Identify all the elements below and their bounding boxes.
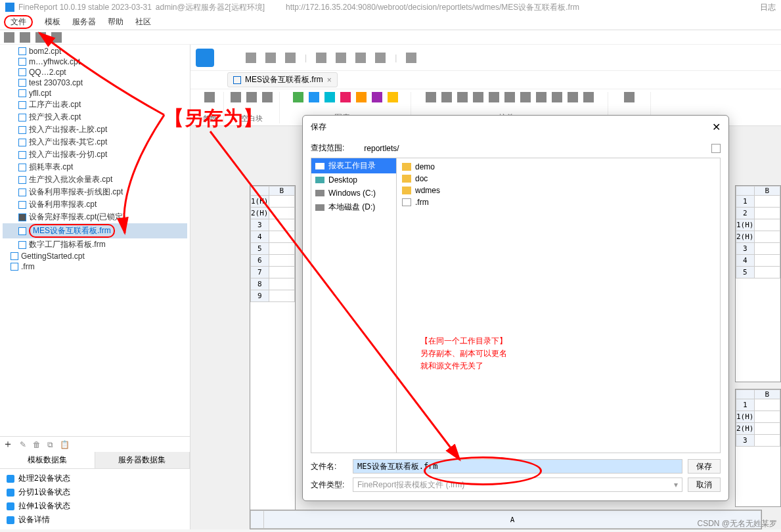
widget1-icon[interactable] bbox=[426, 92, 436, 102]
location-c-drive[interactable]: Windows (C:) bbox=[311, 187, 396, 200]
folder-icon bbox=[402, 163, 411, 171]
close-tab-icon[interactable]: × bbox=[327, 76, 332, 85]
report-block[interactable]: B 1 2 1(H) 2(H) 3 4 5 bbox=[735, 185, 781, 382]
refresh-icon[interactable] bbox=[20, 32, 30, 43]
tree-item: 设备利用率报表-折线图.cpt bbox=[3, 186, 187, 198]
app-context: admin@远程服务器2[远程环境] bbox=[156, 2, 265, 13]
cancel-button[interactable]: 取消 bbox=[688, 477, 721, 492]
menu-template[interactable]: 模板 bbox=[45, 16, 60, 28]
undo-icon[interactable] bbox=[265, 53, 276, 63]
drive-icon bbox=[315, 190, 324, 196]
delete-icon[interactable]: 🗑 bbox=[33, 440, 41, 449]
watermark: CSDN @无名无姓某罗 bbox=[697, 518, 777, 529]
tab-template-ds[interactable]: 模板数据集 bbox=[0, 452, 95, 468]
new-icon[interactable] bbox=[4, 32, 14, 43]
brush-icon[interactable] bbox=[375, 53, 386, 63]
log-link[interactable]: 日志 bbox=[760, 2, 776, 13]
folder-icon[interactable] bbox=[35, 32, 46, 43]
bar-icon[interactable] bbox=[309, 92, 319, 102]
database-icon bbox=[7, 516, 14, 524]
folder-icon bbox=[315, 163, 324, 169]
database-icon bbox=[7, 489, 14, 497]
app-title: FineReport 10.0.19 stable 2023-03-31 bbox=[18, 3, 152, 12]
folder-item[interactable]: doc bbox=[399, 173, 717, 185]
filetype-label: 文件类型: bbox=[311, 479, 347, 491]
menu-file[interactable]: 文件 bbox=[4, 15, 33, 29]
tab-server-ds[interactable]: 服务器数据集 bbox=[95, 452, 190, 468]
widget5-icon[interactable] bbox=[489, 92, 499, 102]
report-block[interactable]: B 1(H) 2(H) 3 4 5 6 7 8 9 bbox=[250, 185, 296, 514]
add-icon[interactable]: ＋ bbox=[3, 437, 13, 451]
doc-icon bbox=[18, 126, 26, 134]
close-icon[interactable]: ✕ bbox=[712, 121, 721, 133]
folder-icon bbox=[402, 175, 411, 183]
decision-logo-icon bbox=[196, 49, 214, 67]
tree-item: yfll.cpt bbox=[3, 88, 187, 99]
paste-icon[interactable]: 📋 bbox=[60, 440, 70, 449]
filetype-select[interactable]: FineReport报表模板文件 (.frm)▾ bbox=[353, 477, 682, 492]
file-item[interactable]: .frm bbox=[399, 196, 717, 208]
filename-input[interactable] bbox=[353, 459, 682, 474]
pie-icon[interactable] bbox=[293, 92, 303, 102]
menu-server[interactable]: 服务器 bbox=[72, 16, 96, 28]
save-dialog: 保存 ✕ 查找范围: reportlets/ 报表工作目录 Desktop Wi… bbox=[302, 115, 729, 501]
desktop-icon bbox=[315, 177, 324, 183]
paste-icon[interactable] bbox=[355, 53, 366, 63]
radar-icon[interactable] bbox=[372, 92, 382, 102]
widget11-icon[interactable] bbox=[583, 92, 594, 102]
file-icon bbox=[402, 198, 411, 206]
locate-icon[interactable] bbox=[51, 32, 62, 43]
report-block-bottom[interactable]: A bbox=[250, 510, 762, 529]
copy-icon[interactable] bbox=[336, 53, 346, 63]
doc-icon bbox=[11, 263, 18, 271]
doc-icon bbox=[18, 114, 26, 122]
tree-item: 设备完好率报表.cpt(已锁定) bbox=[3, 211, 187, 223]
location-d-drive[interactable]: 本地磁盘 (D:) bbox=[311, 200, 396, 215]
preview-icon[interactable] bbox=[406, 53, 416, 63]
widget3-icon[interactable] bbox=[457, 92, 468, 102]
save-button[interactable]: 保存 bbox=[688, 459, 721, 474]
doc-icon bbox=[18, 176, 26, 184]
menu-community[interactable]: 社区 bbox=[135, 16, 151, 28]
database-icon bbox=[7, 475, 14, 483]
widget2-icon[interactable] bbox=[441, 92, 452, 102]
report-block[interactable]: B 1 1(H) 2(H) 3 bbox=[735, 389, 781, 507]
copy-icon[interactable]: ⧉ bbox=[47, 440, 53, 449]
file-tree[interactable]: bom2.cpt m…yfhwck.cpt QQ…2.cpt test 2307… bbox=[0, 45, 190, 436]
tree-item: 生产投入批次余量表.cpt bbox=[3, 173, 187, 186]
edit-icon[interactable]: ✎ bbox=[20, 440, 26, 449]
folder-item[interactable]: wdmes bbox=[399, 185, 717, 196]
widget8-icon[interactable] bbox=[536, 92, 547, 102]
scope-row: 查找范围: reportlets/ bbox=[311, 139, 721, 158]
block3-icon[interactable] bbox=[262, 92, 273, 102]
document-tabs: MES设备互联看板.frm × bbox=[190, 71, 781, 89]
redo-icon[interactable] bbox=[285, 53, 296, 63]
folder-item[interactable]: demo bbox=[399, 161, 717, 173]
app-logo-icon bbox=[5, 3, 14, 12]
area-icon[interactable] bbox=[340, 92, 351, 102]
block-icon[interactable] bbox=[231, 92, 241, 102]
widget7-icon[interactable] bbox=[520, 92, 531, 102]
widget4-icon[interactable] bbox=[473, 92, 483, 102]
location-workdir[interactable]: 报表工作目录 bbox=[311, 158, 396, 173]
widget9-icon[interactable] bbox=[552, 92, 562, 102]
widget6-icon[interactable] bbox=[504, 92, 515, 102]
line-icon[interactable] bbox=[324, 92, 335, 102]
menu-help[interactable]: 帮助 bbox=[108, 16, 123, 28]
scatter-icon[interactable] bbox=[388, 92, 398, 102]
location-desktop[interactable]: Desktop bbox=[311, 173, 396, 187]
gauge-icon[interactable] bbox=[356, 92, 367, 102]
expand-icon[interactable] bbox=[711, 144, 721, 153]
param-icon[interactable] bbox=[204, 92, 215, 102]
reuse-icon[interactable] bbox=[624, 92, 635, 102]
widget10-icon[interactable] bbox=[568, 92, 578, 102]
document-tab[interactable]: MES设备互联看板.frm × bbox=[227, 72, 338, 87]
database-icon bbox=[7, 502, 14, 510]
menu-bar: 文件 模板 服务器 帮助 社区 bbox=[0, 14, 781, 30]
cut-icon[interactable] bbox=[316, 53, 326, 63]
title-bar: FineReport 10.0.19 stable 2023-03-31 adm… bbox=[0, 0, 781, 14]
folder-list[interactable]: demo doc wdmes .frm bbox=[397, 158, 720, 453]
save-icon[interactable] bbox=[246, 53, 256, 63]
tree-item: bom2.cpt bbox=[3, 46, 187, 56]
block2-icon[interactable] bbox=[246, 92, 257, 102]
